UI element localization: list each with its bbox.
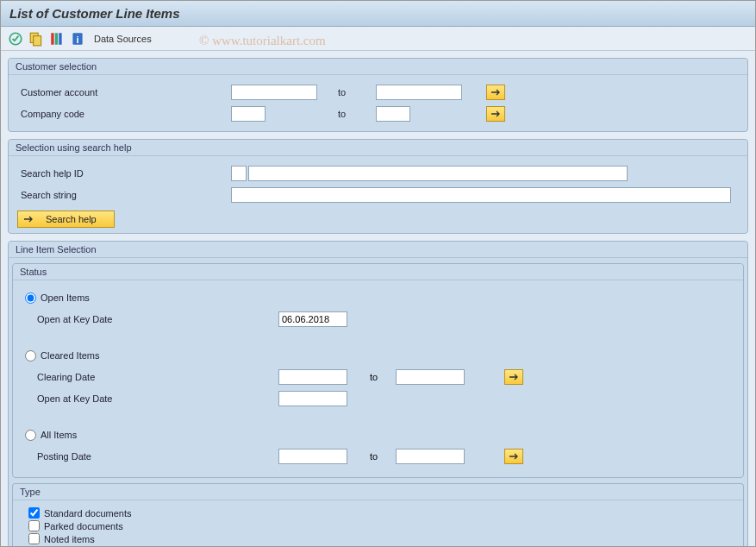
customer-selection-group: Customer selection Customer account to C… [8,58,748,132]
noted-items-checkbox[interactable] [28,533,40,544]
selection-icon[interactable] [49,31,65,47]
svg-text:i: i [76,34,78,44]
page-title: List of Customer Line Items [1,1,755,27]
all-items-label: All Items [41,430,77,440]
cleared-items-label: Cleared Items [41,350,99,361]
search-help-id-label: Search help ID [17,168,129,179]
svg-rect-5 [59,33,61,45]
search-help-legend: Selection using search help [9,140,747,156]
noted-items-label: Noted items [44,534,95,544]
status-legend: Status [13,264,743,280]
standard-documents-label: Standard documents [44,508,132,519]
parked-documents-label: Parked documents [44,521,123,531]
cleared-items-radio[interactable] [25,350,36,362]
to-label: to [338,109,372,119]
open-items-label: Open Items [41,292,90,303]
standard-documents-checkbox[interactable] [28,507,40,519]
open-key-date-input[interactable] [278,311,347,327]
to-label: to [338,87,372,97]
content-area: Customer selection Customer account to C… [1,51,755,547]
customer-account-multi-button[interactable] [486,85,505,100]
parked-documents-checkbox[interactable] [28,520,40,531]
company-code-to-input[interactable] [376,106,410,122]
search-help-group: Selection using search help Search help … [8,139,748,234]
execute-icon[interactable] [8,31,23,47]
search-help-button-label: Search help [46,214,97,224]
customer-account-label: Customer account [17,87,129,97]
clearing-date-from-input[interactable] [278,369,347,385]
customer-account-to-input[interactable] [376,85,462,100]
customer-account-from-input[interactable] [231,85,317,100]
all-items-radio[interactable] [25,430,36,441]
data-sources-label[interactable]: Data Sources [94,34,152,44]
open-items-radio[interactable] [25,292,36,304]
svg-rect-3 [51,33,53,45]
company-code-multi-button[interactable] [486,106,505,122]
search-string-input[interactable] [231,187,731,203]
cleared-key-date-input[interactable] [278,391,347,406]
search-help-id-input[interactable] [231,166,247,181]
type-legend: Type [13,484,743,500]
line-item-selection-legend: Line Item Selection [9,242,747,258]
svg-rect-4 [55,33,58,45]
cleared-key-date-label: Open at Key Date [20,393,132,404]
to-label: to [370,451,396,462]
clearing-date-label: Clearing Date [20,372,132,382]
clearing-date-multi-button[interactable] [504,369,523,385]
type-group: Type Standard documents Parked documents… [12,483,744,547]
toolbar: i Data Sources [1,27,755,51]
variant-icon[interactable] [28,31,44,47]
company-code-label: Company code [17,109,129,119]
posting-date-to-input[interactable] [396,449,465,464]
to-label: to [370,372,396,382]
search-help-id-desc-input[interactable] [248,166,628,181]
clearing-date-to-input[interactable] [396,369,465,385]
status-group: Status Open Items Open at Key Date Clear… [12,263,744,478]
customer-selection-legend: Customer selection [9,59,747,75]
posting-date-multi-button[interactable] [504,449,523,464]
svg-rect-2 [34,35,41,45]
info-icon[interactable]: i [70,31,85,47]
open-key-date-label: Open at Key Date [20,314,132,324]
posting-date-from-input[interactable] [278,449,347,464]
posting-date-label: Posting Date [20,451,132,462]
search-help-button[interactable]: Search help [17,211,115,228]
search-string-label: Search string [17,190,129,200]
line-item-selection-group: Line Item Selection Status Open Items Op… [8,241,748,547]
company-code-from-input[interactable] [231,106,266,122]
